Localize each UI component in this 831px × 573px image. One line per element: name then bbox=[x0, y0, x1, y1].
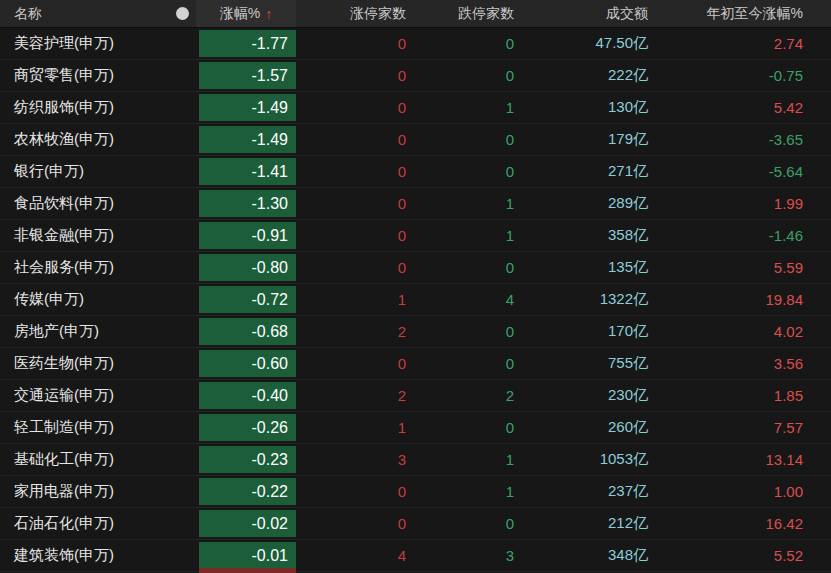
limit-up-count: 0 bbox=[296, 163, 410, 180]
limit-up-count: 0 bbox=[296, 67, 410, 84]
limit-up-count: 2 bbox=[296, 323, 410, 340]
turnover-value: 212亿 bbox=[520, 514, 650, 533]
pct-cell-wrap: -1.41 bbox=[196, 156, 296, 187]
sector-name: 农林牧渔(申万) bbox=[0, 130, 196, 149]
column-header-ytd-label: 年初至今涨幅% bbox=[707, 5, 803, 23]
turnover-value: 47.50亿 bbox=[520, 34, 650, 53]
turnover-value: 237亿 bbox=[520, 482, 650, 501]
pct-change-cell: -0.40 bbox=[199, 382, 296, 409]
turnover-value: 755亿 bbox=[520, 354, 650, 373]
limit-up-count: 2 bbox=[296, 387, 410, 404]
sector-row[interactable]: 房地产(申万)-0.6820170亿4.02 bbox=[0, 316, 831, 348]
sector-name: 轻工制造(申万) bbox=[0, 418, 196, 437]
pct-change-cell: -1.77 bbox=[199, 30, 296, 57]
sector-row[interactable]: 轻工制造(申万)-0.2610260亿7.57 bbox=[0, 412, 831, 444]
sector-row[interactable]: 非银金融(申万)-0.9101358亿-1.46 bbox=[0, 220, 831, 252]
limit-down-count: 3 bbox=[410, 547, 520, 564]
limit-down-count: 1 bbox=[410, 195, 520, 212]
column-header-pct[interactable]: 涨幅% ↑ bbox=[196, 0, 296, 27]
pct-change-cell: -0.72 bbox=[199, 286, 296, 313]
sector-row[interactable]: 社会服务(申万)-0.8000135亿5.59 bbox=[0, 252, 831, 284]
ytd-change-value: 7.57 bbox=[650, 419, 831, 436]
pct-cell-wrap: -1.57 bbox=[196, 60, 296, 91]
ytd-change-value: 13.14 bbox=[650, 451, 831, 468]
ytd-change-value: 16.42 bbox=[650, 515, 831, 532]
column-header-turnover[interactable]: 成交额 bbox=[520, 0, 650, 27]
pct-change-cell: -1.41 bbox=[199, 158, 296, 185]
turnover-value: 135亿 bbox=[520, 258, 650, 277]
ytd-change-value: -5.64 bbox=[650, 163, 831, 180]
column-header-ytd[interactable]: 年初至今涨幅% bbox=[650, 0, 831, 27]
table-body: 美容护理(申万)-1.770047.50亿2.74商贸零售(申万)-1.5700… bbox=[0, 28, 831, 572]
sector-row[interactable]: 石油石化(申万)-0.0200212亿16.42 bbox=[0, 508, 831, 540]
pct-cell-wrap: -0.01 bbox=[196, 540, 296, 571]
pct-cell-wrap: -0.72 bbox=[196, 284, 296, 315]
limit-down-count: 1 bbox=[410, 99, 520, 116]
pct-change-cell: -0.68 bbox=[199, 318, 296, 345]
limit-up-count: 0 bbox=[296, 195, 410, 212]
sector-row[interactable]: 纺织服饰(申万)-1.4901130亿5.42 bbox=[0, 92, 831, 124]
sector-name: 交通运输(申万) bbox=[0, 386, 196, 405]
turnover-value: 358亿 bbox=[520, 226, 650, 245]
sector-name: 纺织服饰(申万) bbox=[0, 98, 196, 117]
limit-down-count: 4 bbox=[410, 291, 520, 308]
limit-down-count: 0 bbox=[410, 259, 520, 276]
limit-down-count: 0 bbox=[410, 35, 520, 52]
sector-name: 非银金融(申万) bbox=[0, 226, 196, 245]
sector-name: 美容护理(申万) bbox=[0, 34, 196, 53]
limit-up-count: 0 bbox=[296, 515, 410, 532]
sort-ascending-arrow-icon: ↑ bbox=[265, 6, 272, 22]
pct-cell-wrap: -0.91 bbox=[196, 220, 296, 251]
sector-name: 银行(申万) bbox=[0, 162, 196, 181]
sector-row[interactable]: 商贸零售(申万)-1.5700222亿-0.75 bbox=[0, 60, 831, 92]
sector-row[interactable]: 建筑装饰(申万)-0.0143348亿5.52 bbox=[0, 540, 831, 572]
column-header-pct-label: 涨幅% bbox=[220, 5, 260, 23]
pct-change-cell: -0.26 bbox=[199, 414, 296, 441]
limit-up-count: 4 bbox=[296, 547, 410, 564]
sector-row[interactable]: 家用电器(申万)-0.2201237亿1.00 bbox=[0, 476, 831, 508]
sector-row[interactable]: 医药生物(申万)-0.6000755亿3.56 bbox=[0, 348, 831, 380]
pct-cell-wrap: -0.68 bbox=[196, 316, 296, 347]
next-row-pct-cell-partial bbox=[199, 568, 296, 573]
ytd-change-value: 1.85 bbox=[650, 387, 831, 404]
pct-change-cell: -1.49 bbox=[199, 126, 296, 153]
limit-up-count: 1 bbox=[296, 291, 410, 308]
sector-row[interactable]: 美容护理(申万)-1.770047.50亿2.74 bbox=[0, 28, 831, 60]
ytd-change-value: 1.00 bbox=[650, 483, 831, 500]
ytd-change-value: 5.42 bbox=[650, 99, 831, 116]
pct-cell-wrap: -0.23 bbox=[196, 444, 296, 475]
column-header-name-label: 名称 bbox=[14, 5, 42, 23]
limit-down-count: 2 bbox=[410, 387, 520, 404]
column-header-turnover-label: 成交额 bbox=[606, 5, 648, 23]
column-header-limit-down[interactable]: 跌停家数 bbox=[410, 0, 520, 27]
turnover-value: 222亿 bbox=[520, 66, 650, 85]
pct-change-cell: -0.22 bbox=[199, 478, 296, 505]
indicator-dot-icon bbox=[176, 7, 189, 20]
pct-cell-wrap: -0.02 bbox=[196, 508, 296, 539]
turnover-value: 130亿 bbox=[520, 98, 650, 117]
limit-down-count: 0 bbox=[410, 67, 520, 84]
pct-change-cell: -1.57 bbox=[199, 62, 296, 89]
column-header-name[interactable]: 名称 bbox=[0, 0, 196, 27]
sector-row[interactable]: 交通运输(申万)-0.4022230亿1.85 bbox=[0, 380, 831, 412]
limit-down-count: 0 bbox=[410, 163, 520, 180]
sector-row[interactable]: 农林牧渔(申万)-1.4900179亿-3.65 bbox=[0, 124, 831, 156]
sector-row[interactable]: 基础化工(申万)-0.23311053亿13.14 bbox=[0, 444, 831, 476]
sector-name: 食品饮料(申万) bbox=[0, 194, 196, 213]
ytd-change-value: 4.02 bbox=[650, 323, 831, 340]
pct-cell-wrap: -1.77 bbox=[196, 28, 296, 59]
sector-row[interactable]: 银行(申万)-1.4100271亿-5.64 bbox=[0, 156, 831, 188]
column-header-limit-up[interactable]: 涨停家数 bbox=[296, 0, 410, 27]
pct-change-cell: -0.91 bbox=[199, 222, 296, 249]
limit-down-count: 0 bbox=[410, 355, 520, 372]
limit-down-count: 0 bbox=[410, 131, 520, 148]
limit-down-count: 0 bbox=[410, 515, 520, 532]
turnover-value: 1322亿 bbox=[520, 290, 650, 309]
pct-change-cell: -1.49 bbox=[199, 94, 296, 121]
sector-row[interactable]: 传媒(申万)-0.72141322亿19.84 bbox=[0, 284, 831, 316]
pct-change-cell: -0.60 bbox=[199, 350, 296, 377]
pct-cell-wrap: -1.30 bbox=[196, 188, 296, 219]
sector-row[interactable]: 食品饮料(申万)-1.3001289亿1.99 bbox=[0, 188, 831, 220]
sector-name: 医药生物(申万) bbox=[0, 354, 196, 373]
turnover-value: 1053亿 bbox=[520, 450, 650, 469]
